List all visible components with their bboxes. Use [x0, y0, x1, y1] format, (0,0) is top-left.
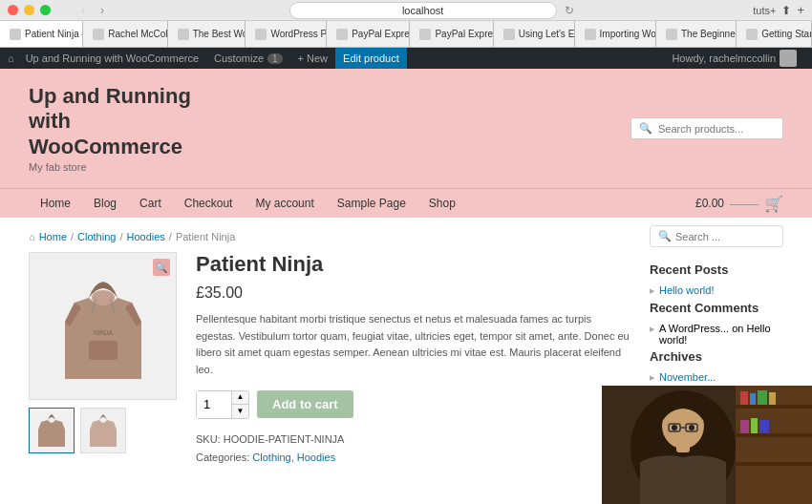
titlebar-center: localhost ↻: [116, 2, 747, 19]
close-dot[interactable]: [8, 5, 18, 15]
header-search-input[interactable]: [658, 123, 775, 135]
sidebar-search-input[interactable]: [675, 231, 775, 242]
nav-home[interactable]: Home: [29, 189, 82, 218]
wp-admin-site-name[interactable]: Up and Running with WooCommerce: [18, 48, 206, 69]
recent-comment-0: ▸ A WordPress... on Hello world!: [650, 323, 783, 346]
cart-icon[interactable]: 🛒: [764, 195, 783, 213]
header-search-bar[interactable]: 🔍: [630, 117, 783, 139]
header-search-icon: 🔍: [639, 122, 652, 135]
cart-price: £0.00: [695, 197, 724, 210]
svg-rect-13: [769, 392, 776, 405]
nav-my-account[interactable]: My account: [244, 189, 325, 218]
wp-admin-howdy[interactable]: Howdy, rachelmccollin: [664, 50, 804, 67]
tab-favicon-7: [585, 29, 596, 40]
tab-4[interactable]: PayPal Express C...: [327, 21, 410, 47]
mac-titlebar: ‹ › localhost ↻ tuts+ ⬆ +: [0, 0, 812, 21]
wp-admin-bar-right: Howdy, rachelmccollin: [664, 50, 804, 67]
cart-area[interactable]: £0.00 ——— 🛒: [695, 195, 783, 213]
thumbnail-0[interactable]: [29, 408, 75, 453]
product-title: Patient Ninja: [196, 252, 630, 277]
tab-favicon-1: [93, 29, 104, 40]
tab-favicon-5: [419, 29, 431, 40]
category-clothing[interactable]: Clothing: [252, 452, 290, 463]
svg-point-23: [672, 425, 677, 430]
site-nav: Home Blog Cart Checkout My account Sampl…: [0, 188, 812, 218]
svg-rect-16: [759, 420, 769, 433]
recent-post-link-0[interactable]: Hello world!: [659, 284, 714, 296]
forward-arrow[interactable]: ›: [95, 3, 110, 18]
video-person: [602, 386, 812, 504]
svg-rect-12: [758, 390, 767, 405]
product-main-image[interactable]: 🔍: [29, 252, 177, 400]
qty-decrement[interactable]: ▼: [231, 405, 248, 418]
add-to-cart-row: 1 ▲ ▼ Add to cart: [196, 390, 630, 419]
svg-rect-7: [736, 405, 812, 409]
quantity-input[interactable]: 1: [197, 391, 231, 418]
sku-value: HOODIE-PATIENT-NINJA: [224, 433, 345, 445]
svg-point-24: [689, 425, 694, 430]
qty-buttons: ▲ ▼: [231, 391, 248, 418]
archive-link-0[interactable]: November...: [659, 371, 716, 383]
nav-checkout[interactable]: Checkout: [173, 189, 245, 218]
tab-3[interactable]: WordPress Plugins: [246, 21, 327, 47]
recent-comments-title: Recent Comments: [650, 301, 783, 315]
sku-label: SKU:: [196, 433, 221, 445]
product-price: £35.00: [196, 284, 630, 302]
hoodie-illustration: NINJA: [60, 264, 146, 388]
user-avatar: [780, 50, 797, 67]
product-description: Pellentesque habitant morbi tristique se…: [196, 311, 630, 378]
nav-sample-page[interactable]: Sample Page: [326, 189, 417, 218]
product-layout: 🔍: [29, 252, 630, 468]
product-details: Patient Ninja £35.00 Pellentesque habita…: [196, 252, 630, 468]
tab-favicon-3: [255, 29, 267, 40]
svg-rect-11: [750, 393, 756, 405]
tab-favicon-8: [666, 29, 677, 40]
archive-0: ▸ November...: [650, 371, 783, 384]
breadcrumb-clothing[interactable]: Clothing: [77, 231, 116, 242]
cart-item-count: ———: [730, 199, 759, 209]
quantity-control[interactable]: 1 ▲ ▼: [196, 390, 249, 419]
tab-favicon-0: [10, 29, 21, 40]
tab-9[interactable]: Getting Started...: [737, 21, 812, 47]
zoom-icon[interactable]: 🔍: [153, 259, 170, 276]
tab-1[interactable]: Rachel McCollin C...: [83, 21, 167, 47]
add-tab-icon[interactable]: +: [797, 3, 804, 17]
nav-blog[interactable]: Blog: [82, 189, 128, 218]
thumbnail-1[interactable]: [80, 408, 126, 453]
qty-increment[interactable]: ▲: [231, 391, 248, 405]
breadcrumb-hoodies[interactable]: Hoodies: [126, 231, 164, 242]
tab-2[interactable]: The Best WordP...: [168, 21, 246, 47]
tab-8[interactable]: The Beginners G...: [656, 21, 737, 47]
wp-admin-bar: ⌂ Up and Running with WooCommerce Custom…: [0, 48, 812, 69]
share-icon[interactable]: ⬆: [781, 4, 791, 17]
tab-0[interactable]: Patient Ninja – Up...: [0, 21, 83, 47]
fullscreen-dot[interactable]: [40, 5, 51, 15]
tab-favicon-2: [178, 29, 189, 40]
wp-logo: ⌂: [8, 52, 14, 64]
breadcrumb-home[interactable]: Home: [39, 231, 67, 242]
tab-7[interactable]: Importing WooCo...: [575, 21, 656, 47]
address-bar[interactable]: localhost: [289, 2, 557, 19]
add-to-cart-button[interactable]: Add to cart: [257, 390, 353, 418]
post-icon-0: ▸: [650, 284, 655, 297]
recent-posts-title: Recent Posts: [650, 262, 783, 277]
category-hoodies[interactable]: Hoodies: [297, 452, 335, 463]
nav-cart[interactable]: Cart: [128, 189, 173, 218]
sidebar-search[interactable]: 🔍: [650, 225, 783, 247]
reload-icon[interactable]: ↻: [565, 4, 574, 17]
tab-6[interactable]: Using Let's Encry...: [494, 21, 575, 47]
wp-admin-customize[interactable]: Customize 1: [206, 48, 290, 69]
tab-5[interactable]: PayPal Express C...: [410, 21, 493, 47]
sidebar-search-icon: 🔍: [658, 230, 672, 242]
product-categories: Categories: Clothing, Hoodies: [196, 449, 630, 468]
svg-rect-1: [89, 341, 118, 360]
wp-admin-new[interactable]: + New: [290, 48, 336, 69]
recent-comment-text-0: A WordPress... on Hello world!: [659, 323, 783, 346]
svg-rect-8: [736, 433, 812, 437]
product-image-area: 🔍: [29, 252, 177, 468]
comment-icon-0: ▸: [650, 323, 655, 335]
minimize-dot[interactable]: [24, 5, 34, 15]
wp-admin-edit-product[interactable]: Edit product: [335, 48, 407, 69]
back-arrow[interactable]: ‹: [75, 3, 91, 18]
nav-shop[interactable]: Shop: [417, 189, 467, 218]
